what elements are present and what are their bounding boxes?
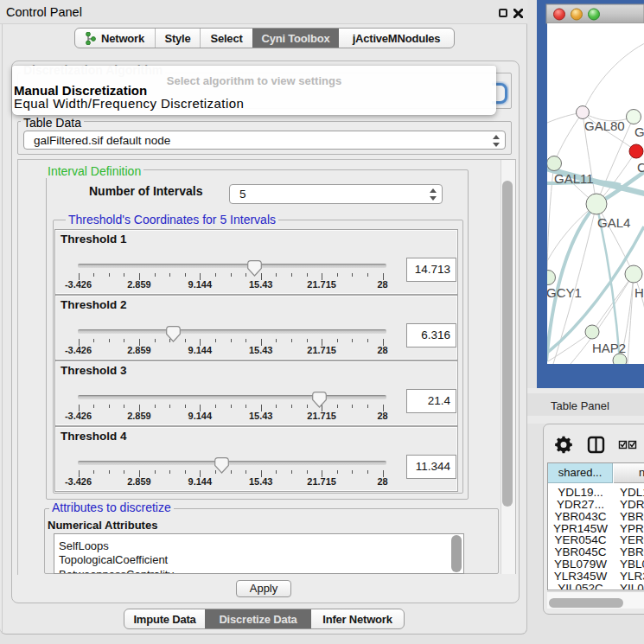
svg-text:C: C: [637, 160, 644, 175]
svg-text:GA: GA: [634, 124, 644, 139]
svg-text:GAL4: GAL4: [597, 215, 630, 230]
svg-text:HAP2: HAP2: [592, 341, 626, 355]
svg-text:GAL11: GAL11: [554, 171, 594, 186]
svg-text:GCY1: GCY1: [546, 285, 582, 300]
svg-text:GAL80: GAL80: [584, 118, 625, 133]
svg-text:H: H: [634, 285, 644, 300]
